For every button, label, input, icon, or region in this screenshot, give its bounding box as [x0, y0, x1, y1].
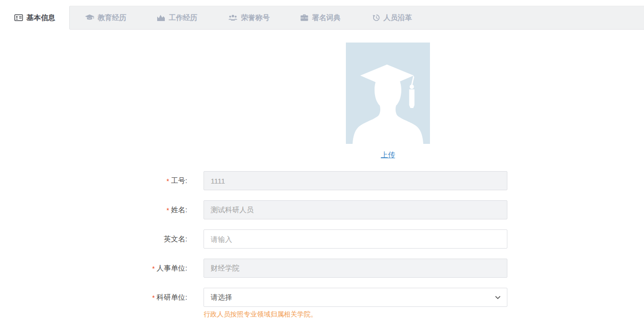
research-unit-label: *科研单位:: [0, 293, 187, 302]
form-row-employee-id: *工号:: [0, 171, 644, 190]
research-unit-hint: 行政人员按照专业领域归属相关学院。: [204, 310, 317, 318]
required-marker: *: [152, 294, 154, 302]
english-name-label: 英文名:: [0, 235, 187, 244]
form-row-name: *姓名:: [0, 200, 644, 219]
tab-label: 荣誉称号: [241, 13, 270, 22]
form-row-english-name: 英文名:: [0, 229, 644, 249]
tab-bar: 基本信息 教育经历 工作经历: [0, 6, 644, 30]
name-label: *姓名:: [0, 206, 187, 215]
basic-info-form: *工号: *姓名: 英文名: *人事单位: *科研单位: 请选择: [0, 171, 644, 319]
tab-label: 工作经历: [169, 13, 197, 22]
tab-honors[interactable]: 荣誉称号: [213, 6, 285, 29]
tab-label: 人员沿革: [384, 13, 412, 22]
graduation-cap-icon: [85, 14, 94, 21]
form-row-hr-unit: *人事单位:: [0, 259, 644, 278]
tab-label: 教育经历: [98, 13, 127, 22]
tab-label: 署名词典: [312, 13, 341, 22]
hr-unit-label: *人事单位:: [0, 264, 187, 273]
users-icon: [228, 14, 237, 21]
id-card-icon: [14, 14, 23, 21]
select-value: 请选择: [211, 293, 232, 302]
tab-personnel-history[interactable]: 人员沿革: [356, 6, 428, 29]
form-row-research-unit: *科研单位: 请选择: [0, 288, 644, 307]
employee-id-input: [204, 171, 507, 190]
name-input: [204, 200, 507, 219]
profile-photo-section: 上传: [346, 43, 430, 160]
graduate-photo-placeholder: [346, 43, 430, 144]
research-unit-hint-row: 行政人员按照专业领域归属相关学院。: [204, 310, 644, 319]
chevron-down-icon: [494, 294, 501, 301]
briefcase-icon: [301, 14, 308, 21]
hr-unit-input: [204, 259, 507, 278]
required-marker: *: [152, 265, 154, 272]
tab-education[interactable]: 教育经历: [70, 6, 141, 29]
required-marker: *: [166, 177, 169, 185]
upload-photo-link[interactable]: 上传: [346, 151, 430, 160]
english-name-input[interactable]: [204, 229, 507, 249]
tab-work-history[interactable]: 工作经历: [141, 6, 213, 29]
area-chart-icon: [157, 14, 165, 21]
tab-label: 基本信息: [27, 13, 55, 22]
research-unit-select[interactable]: 请选择: [204, 288, 507, 307]
history-icon: [373, 14, 380, 21]
tab-basic-info[interactable]: 基本信息: [0, 6, 70, 29]
tab-signature-dictionary[interactable]: 署名词典: [285, 6, 356, 29]
employee-id-label: *工号:: [0, 176, 187, 185]
required-marker: *: [166, 206, 169, 214]
